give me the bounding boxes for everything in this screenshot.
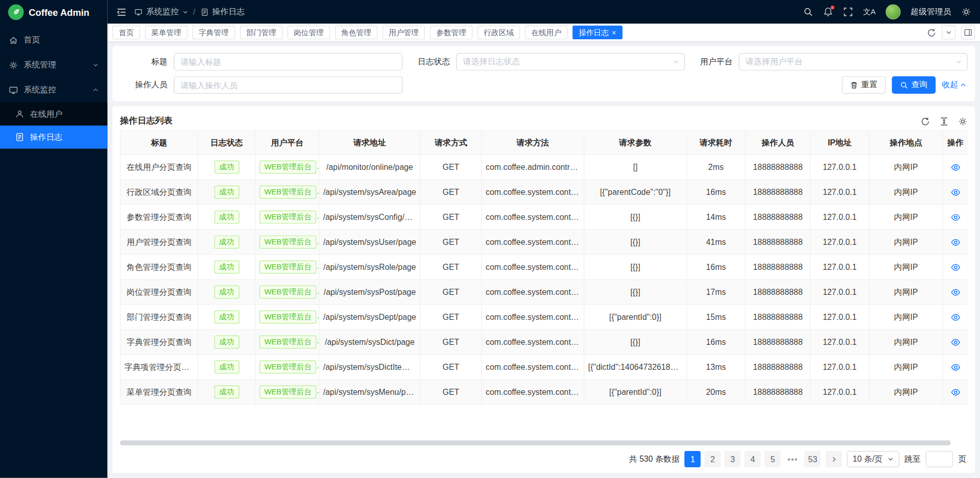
settings-button[interactable] xyxy=(961,7,971,17)
sidebar-item-system-monitor[interactable]: 系统监控 xyxy=(0,78,108,103)
cell-location: 内网IP xyxy=(869,255,943,280)
tab-岗位管理[interactable]: 岗位管理 xyxy=(287,26,330,39)
scrollbar-thumb[interactable] xyxy=(120,441,950,446)
jump-page-input[interactable] xyxy=(925,451,953,468)
reset-button[interactable]: 重置 xyxy=(842,76,886,93)
table-card-header: 操作日志列表 xyxy=(120,112,967,131)
cell-params: [{}] xyxy=(584,255,687,280)
user-avatar[interactable] xyxy=(886,5,900,19)
page-button-5[interactable]: 5 xyxy=(765,451,781,468)
page-button-4[interactable]: 4 xyxy=(745,451,761,468)
page-button-53[interactable]: 53 xyxy=(804,451,821,468)
status-cell: 成功 xyxy=(198,155,256,180)
tab-用户管理[interactable]: 用户管理 xyxy=(382,26,425,39)
sidebar-item-home[interactable]: 首页 xyxy=(0,28,108,53)
status-cell: 成功 xyxy=(198,205,256,230)
cell-ip: 127.0.0.1 xyxy=(811,355,869,380)
cell-title: 参数管理分页查询 xyxy=(120,205,198,230)
page-button-3[interactable]: 3 xyxy=(725,451,741,468)
table-row: 参数管理分页查询成功WEB管理后台/api/system/sysConfig/p… xyxy=(120,205,968,230)
tab-label: 角色管理 xyxy=(341,27,372,38)
title-filter-input[interactable] xyxy=(174,53,402,70)
column-header-9: 操作人员 xyxy=(745,131,810,155)
refresh-table-button[interactable] xyxy=(921,116,930,125)
platform-cell: WEB管理后台 xyxy=(255,380,319,405)
cell-location: 内网IP xyxy=(869,155,943,180)
view-detail-button[interactable] xyxy=(950,337,961,347)
tab-菜单管理[interactable]: 菜单管理 xyxy=(145,26,187,39)
platform-cell: WEB管理后台 xyxy=(255,280,319,305)
view-detail-button[interactable] xyxy=(950,262,961,272)
tab-参数管理[interactable]: 参数管理 xyxy=(430,26,472,39)
tab-操作日志[interactable]: 操作日志× xyxy=(573,26,623,39)
cell-request-method: GET xyxy=(420,280,481,305)
translate-icon[interactable]: 文A xyxy=(863,7,876,17)
refresh-tabs-button[interactable] xyxy=(927,28,936,37)
cell-request-method: GET xyxy=(420,155,481,180)
operator-filter-input[interactable] xyxy=(174,76,402,93)
view-detail-button[interactable] xyxy=(950,237,961,247)
status-tag: 成功 xyxy=(214,360,239,373)
tab-在线用户[interactable]: 在线用户 xyxy=(525,26,568,39)
density-button[interactable] xyxy=(939,116,948,125)
cell-duration: 15ms xyxy=(687,305,745,330)
tab-角色管理[interactable]: 角色管理 xyxy=(335,26,377,39)
fullscreen-button[interactable] xyxy=(843,7,853,17)
tab-label: 首页 xyxy=(119,27,134,38)
sidebar-item-online-users[interactable]: 在线用户 xyxy=(0,103,108,125)
app-logo[interactable]: Coffee Admin xyxy=(0,0,108,24)
tab-首页[interactable]: 首页 xyxy=(112,26,140,39)
horizontal-scrollbar[interactable] xyxy=(120,441,967,446)
platform-filter-select[interactable]: 请选择用户平台 xyxy=(739,53,967,70)
action-cell xyxy=(943,280,967,305)
sidebar-item-label: 在线用户 xyxy=(30,108,63,119)
status-filter-select[interactable]: 请选择日志状态 xyxy=(456,53,685,70)
cell-location: 内网IP xyxy=(869,180,943,205)
next-page-button[interactable] xyxy=(826,451,842,468)
tab-label: 操作日志 xyxy=(579,27,609,38)
cell-handler: com.coffee.system.controlle... xyxy=(481,330,584,355)
view-detail-button[interactable] xyxy=(950,387,961,397)
cell-ip: 127.0.0.1 xyxy=(811,155,869,180)
tab-行政区域[interactable]: 行政区域 xyxy=(478,26,520,39)
table-row: 用户管理分页查询成功WEB管理后台/api/system/sysUser/pag… xyxy=(120,230,968,255)
sidebar-collapse-button[interactable] xyxy=(116,7,127,17)
toggle-panel-button[interactable] xyxy=(961,26,975,39)
tab-部门管理[interactable]: 部门管理 xyxy=(240,26,282,39)
chevron-right-icon xyxy=(830,456,837,463)
tab-actions-dropdown[interactable] xyxy=(942,26,955,39)
breadcrumb-item-parent[interactable]: 系统监控 xyxy=(146,6,179,17)
close-icon[interactable]: × xyxy=(612,29,617,36)
view-detail-button[interactable] xyxy=(950,287,961,297)
search-button[interactable] xyxy=(803,7,813,17)
status-tag: 成功 xyxy=(214,385,239,398)
collapse-toggle[interactable]: 收起 xyxy=(942,80,966,91)
column-header-8: 请求耗时 xyxy=(687,131,745,155)
cell-operator: 18888888888 xyxy=(745,205,810,230)
log-table: 标题日志状态用户平台请求地址请求方式请求方法请求参数请求耗时操作人员IP地址操作… xyxy=(120,131,967,405)
username[interactable]: 超级管理员 xyxy=(911,6,951,17)
view-detail-button[interactable] xyxy=(950,312,961,322)
column-settings-button[interactable] xyxy=(958,116,967,125)
column-header-12: 操作 xyxy=(943,131,967,155)
sidebar-item-system-mgmt[interactable]: 系统管理 xyxy=(0,53,108,78)
view-detail-button[interactable] xyxy=(950,212,961,222)
notifications-button[interactable] xyxy=(823,7,834,17)
page-button-1[interactable]: 1 xyxy=(684,451,701,468)
view-detail-button[interactable] xyxy=(950,187,961,197)
view-detail-button[interactable] xyxy=(950,362,961,372)
pagination: 共 530 条数据 12345•••53 10 条/页 跳至 页 xyxy=(120,450,967,468)
search-submit-button[interactable]: 查询 xyxy=(892,76,936,93)
cell-request-method: GET xyxy=(420,305,481,330)
view-detail-button[interactable] xyxy=(950,162,961,172)
cell-handler: com.coffee.system.controlle... xyxy=(481,180,584,205)
cell-duration: 17ms xyxy=(687,280,745,305)
tab-字典管理[interactable]: 字典管理 xyxy=(192,26,235,39)
cell-duration: 16ms xyxy=(687,180,745,205)
chevron-down-icon xyxy=(673,59,679,65)
page-button-2[interactable]: 2 xyxy=(704,451,721,468)
cell-operator: 18888888888 xyxy=(745,355,810,380)
page-size-select[interactable]: 10 条/页 xyxy=(847,451,899,468)
sidebar-item-operation-log[interactable]: 操作日志 xyxy=(0,125,108,148)
cell-duration: 16ms xyxy=(687,255,745,280)
